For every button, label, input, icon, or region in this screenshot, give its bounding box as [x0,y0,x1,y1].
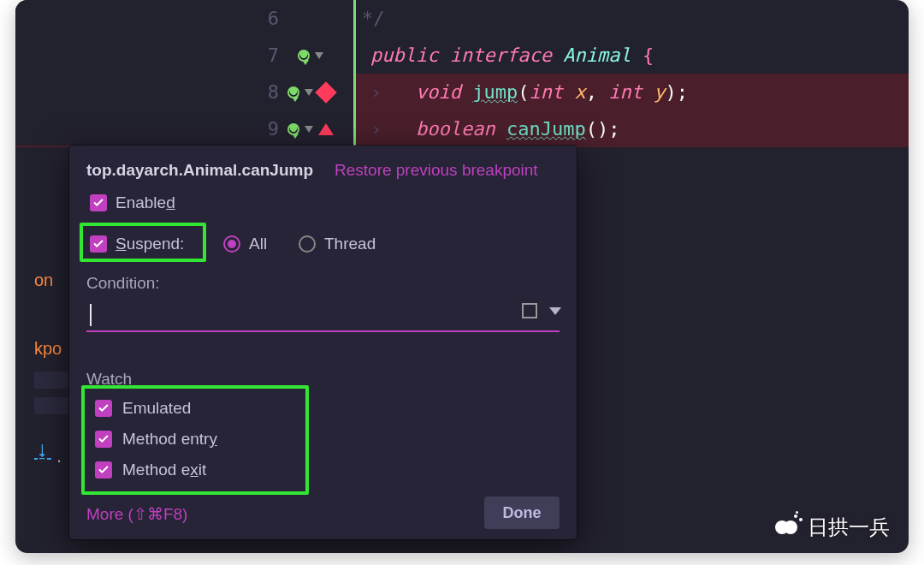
suspend-checkbox-row[interactable]: Suspend: [90,235,184,253]
checkbox-checked-icon [95,431,112,448]
popup-title: top.dayarch.Animal.canJump [86,161,313,180]
implemented-icon [287,86,299,98]
text-caret [90,304,92,326]
gutter-implementations-icon[interactable] [298,37,323,74]
wechat-icon [775,516,801,538]
code-editor[interactable]: 6 7 8 9 */ public int [15,0,909,146]
arrow-down-icon [315,52,323,59]
checkbox-checked-icon [90,194,107,211]
watch-method-entry-checkbox[interactable]: Method entry [95,430,217,449]
expand-icon[interactable] [522,303,537,318]
radio-label: Thread [324,235,376,253]
condition-input[interactable] [86,300,560,332]
partial-bar [34,397,68,414]
done-button-label: Done [503,504,542,522]
more-link[interactable]: More (⇧⌘F8) [86,504,187,524]
editor-gutter: 6 7 8 9 [15,0,353,146]
checkbox-checked-icon [90,235,107,253]
gutter-icons[interactable] [287,74,334,110]
suspend-thread-radio[interactable]: Thread [299,235,376,253]
watermark: 日拱一兵 [775,514,890,541]
done-button[interactable]: Done [484,497,560,529]
code-line: public interface Animal { [370,37,654,74]
method-breakpoint-icon[interactable] [315,81,336,103]
partial-bar [34,372,68,389]
line-number: 6 [245,0,279,37]
suspend-all-radio[interactable]: All [223,235,267,253]
watermark-text: 日拱一兵 [808,514,890,541]
line-number: 7 [245,37,279,74]
restore-previous-breakpoint-link[interactable]: Restore previous breakpoint [335,161,538,180]
radio-label: All [249,235,267,253]
vcs-change-marker [353,0,356,146]
checkbox-checked-icon [95,461,112,479]
implemented-icon [287,123,299,135]
condition-label: Condition: [86,274,160,293]
arrow-down-icon [305,126,313,133]
code-line: › void jump(int x, int y); [370,74,688,110]
gutter-icons[interactable] [287,110,334,147]
partial-text: kpo [34,339,62,359]
watch-emulated-checkbox[interactable]: Emulated [95,399,191,418]
breakpoint-settings-popup: top.dayarch.Animal.canJump Restore previ… [69,146,577,539]
suspend-label: Suspend: [116,235,184,253]
code-line: */ [362,0,385,37]
arrow-down-icon [305,89,313,96]
checkbox-checked-icon [95,400,112,417]
watch-emulated-label: Emulated [122,399,191,418]
ide-window: 6 7 8 9 */ public int [15,0,909,553]
radio-unselected-icon [299,235,316,253]
watch-method-exit-label: Method exit [122,461,206,479]
radio-selected-icon [223,235,240,253]
watch-method-exit-checkbox[interactable]: Method exit [95,461,206,479]
watch-method-entry-label: Method entry [122,430,217,449]
watch-section-label: Watch [86,370,132,389]
method-breakpoint-active-icon[interactable] [318,123,334,135]
enabled-checkbox-row[interactable]: Enabled [90,193,175,212]
line-number: 8 [245,74,279,110]
partial-text: on [34,271,53,290]
history-dropdown-icon[interactable] [549,307,561,315]
download-icon[interactable]: ⭳ [34,442,51,461]
implemented-icon [298,50,310,62]
code-line: › boolean canJump(); [370,110,619,147]
enabled-label: Enabled [116,193,175,212]
dot-icon: . [56,445,62,467]
line-number: 9 [245,110,279,147]
